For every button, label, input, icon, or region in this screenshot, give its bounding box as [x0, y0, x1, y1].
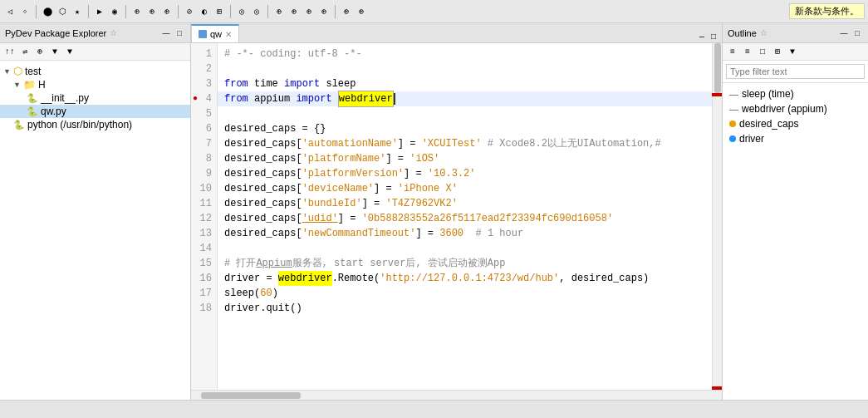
toolbar-icon-10[interactable]: ⊞ [213, 5, 226, 18]
line-num-1: 1 [191, 47, 217, 61]
key-platform-ver: 'platformVersion' [302, 166, 404, 181]
var-dc-8a: desired_caps[ [224, 151, 302, 166]
scrollbar-track[interactable] [713, 43, 722, 390]
toolbar-sep-1 [36, 5, 37, 18]
code-line-13: desired_caps['newCommandTimeout'] = 3600… [218, 226, 712, 241]
main-toolbar: ◁ ⬦ ⬤ ⬡ ★ ▶ ◉ ⊕ ⊕ ⊕ ⊘ ◐ ⊞ ◎ ◎ ⊕ ⊕ ⊕ ⊕ ⊕ … [0, 0, 868, 23]
panel-maximize-icon[interactable]: □ [174, 27, 185, 39]
remote-16: .Remote( [332, 271, 380, 286]
comment-15: # 打开Appium服务器, start server后, 尝试启动被测App [224, 256, 505, 271]
outline-item-webdriver[interactable]: — webdriver (appium) [723, 101, 868, 116]
outline-toolbar: ≡ ≡ □ ⊞ ▼ [723, 43, 868, 61]
h-scrollbar[interactable] [191, 390, 722, 400]
outline-label-sleep: sleep (time) [742, 88, 794, 100]
outline-collapse-icon[interactable]: ⊞ [771, 45, 784, 58]
editor-max-btn[interactable]: □ [709, 32, 718, 42]
var-dc-7a: desired_caps[ [224, 136, 302, 151]
tab-label: qw [210, 29, 222, 39]
tab-close-icon[interactable]: ✕ [225, 30, 232, 39]
tree-label-H: H [38, 79, 46, 91]
toolbar-icon-11[interactable]: ◎ [235, 5, 248, 18]
toolbar-icon-18[interactable]: ⊕ [355, 5, 368, 18]
filter-icon[interactable]: ▼ [48, 45, 61, 58]
main-area: PyDev Package Explorer ☆ — □ ↑↑ ⇌ ⊕ ▼ ▼ … [0, 23, 868, 400]
tree-item-H[interactable]: ▼ 📁 H [0, 78, 190, 91]
toolbar-debug-icon[interactable]: ◉ [108, 5, 121, 18]
collapse-all-icon[interactable]: ↑↑ [3, 45, 17, 58]
package-explorer-tree: ▼ ⬡ test ▼ 📁 H 🐍 __init__.py 🐍 qw.py [0, 61, 190, 400]
code-line-1: # -*- coding: utf-8 -*- [218, 47, 712, 61]
tree-item-init[interactable]: 🐍 __init__.py [0, 91, 190, 105]
line-num-13: 13 [191, 226, 217, 241]
outline-min-icon[interactable]: — [838, 27, 850, 39]
outline-max-icon[interactable]: □ [851, 27, 863, 39]
code-line-17: sleep(60) [218, 286, 712, 301]
close-17: ) [272, 286, 278, 301]
code-line-16: driver = webdriver.Remote('http://127.0.… [218, 271, 712, 286]
toolbar-icon-14[interactable]: ⊕ [287, 5, 301, 18]
link-with-editor-icon[interactable]: ⇌ [18, 45, 32, 58]
editor-scrollbar[interactable] [712, 43, 722, 390]
line-num-6: 6 [191, 121, 217, 136]
outline-panel: Outline ☆ — □ ≡ ≡ □ ⊞ ▼ — sleep (time) [723, 23, 868, 400]
outline-dot-driver [729, 135, 736, 142]
toolbar-icon-5[interactable]: ⊕ [130, 5, 144, 18]
h-scrollbar-thumb[interactable] [201, 392, 301, 399]
val-60: 60 [260, 286, 272, 301]
new-icon[interactable]: ⊕ [33, 45, 47, 58]
code-editor[interactable]: 1 2 3 4 5 6 7 8 9 10 11 12 13 14 15 16 1… [191, 43, 722, 390]
outline-filter-input[interactable] [726, 64, 865, 79]
outline-id: ☆ [760, 28, 767, 37]
view-menu-icon[interactable]: ▼ [63, 45, 76, 58]
panel-minimize-icon[interactable]: — [160, 27, 172, 39]
outline-item-driver[interactable]: driver [723, 131, 868, 146]
var-dc-12b: ] = [338, 211, 362, 226]
toolbar-icon-2[interactable]: ⬦ [18, 5, 32, 18]
tree-item-python[interactable]: 🐍 python (/usr/bin/python) [0, 118, 190, 131]
panel-toolbar: ↑↑ ⇌ ⊕ ▼ ▼ [0, 43, 190, 61]
line-num-10: 10 [191, 181, 217, 196]
toolbar-icon-7[interactable]: ⊕ [160, 5, 174, 18]
toolbar-icon-12[interactable]: ◎ [250, 5, 263, 18]
toolbar-icon-17[interactable]: ⊕ [340, 5, 353, 18]
editor-tab-qw[interactable]: qw ✕ [191, 24, 239, 42]
kw-import-3: import [284, 76, 320, 91]
bottom-status-bar [0, 400, 868, 418]
var-dc-9a: desired_caps[ [224, 166, 302, 181]
outline-filter-icon[interactable]: ≡ [741, 45, 754, 58]
tree-item-qwpy[interactable]: 🐍 qw.py [0, 105, 190, 118]
code-line-5 [218, 106, 712, 121]
outline-item-sleep[interactable]: — sleep (time) [723, 86, 868, 101]
line-num-16: 16 [191, 271, 217, 286]
scrollbar-thumb[interactable] [714, 43, 721, 93]
code-content[interactable]: # -*- coding: utf-8 -*- from time import… [218, 43, 712, 390]
toolbar-icon-9[interactable]: ◐ [198, 5, 211, 18]
toolbar-run-icon[interactable]: ▶ [93, 5, 106, 18]
line-num-17: 17 [191, 286, 217, 301]
tree-item-test[interactable]: ▼ ⬡ test [0, 64, 190, 78]
toolbar-back-icon[interactable]: ◁ [3, 5, 17, 18]
cursor [394, 93, 395, 105]
outline-sort-icon[interactable]: ≡ [726, 45, 739, 58]
val-3600: 3600 [439, 226, 463, 241]
toolbar-icon-13[interactable]: ⊕ [272, 5, 286, 18]
editor-min-btn[interactable]: — [697, 32, 707, 42]
toolbar-icon-15[interactable]: ⊕ [302, 5, 316, 18]
code-line-4: from appium import webdriver [218, 91, 712, 106]
toolbar-icon-6[interactable]: ⊕ [145, 5, 159, 18]
toolbar-icon-4[interactable]: ★ [71, 5, 84, 18]
h-scrollbar-inner[interactable] [201, 392, 712, 399]
comma-16: , desired_caps) [559, 271, 649, 286]
key-udid: 'udid' [302, 211, 338, 226]
toolbar-circle-icon[interactable]: ⬤ [41, 5, 54, 18]
outline-expand-icon[interactable]: □ [756, 45, 769, 58]
kw-from-3: from [224, 76, 248, 91]
outline-header: Outline ☆ — □ [723, 23, 868, 43]
outline-item-desired-caps[interactable]: desired_caps [723, 116, 868, 131]
toolbar-icon-16[interactable]: ⊕ [317, 5, 331, 18]
toolbar-icon-3[interactable]: ⬡ [56, 5, 69, 18]
code-line-2 [218, 61, 712, 76]
tree-label-test: test [25, 66, 41, 77]
toolbar-icon-8[interactable]: ⊘ [183, 5, 196, 18]
outline-view-menu[interactable]: ▼ [786, 45, 799, 58]
